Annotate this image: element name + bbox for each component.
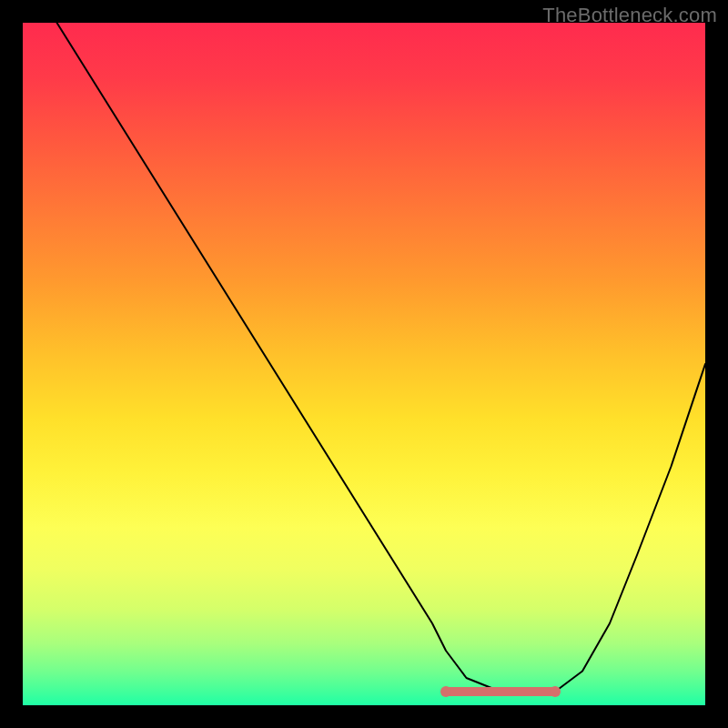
watermark-text: TheBottleneck.com (542, 4, 717, 27)
curve-svg (23, 23, 705, 705)
bottleneck-curve (57, 23, 706, 692)
chart-frame: TheBottleneck.com (0, 0, 728, 728)
flat-region-dot-left (440, 686, 451, 697)
flat-region-dot-right (550, 686, 561, 697)
plot-area (23, 23, 705, 705)
